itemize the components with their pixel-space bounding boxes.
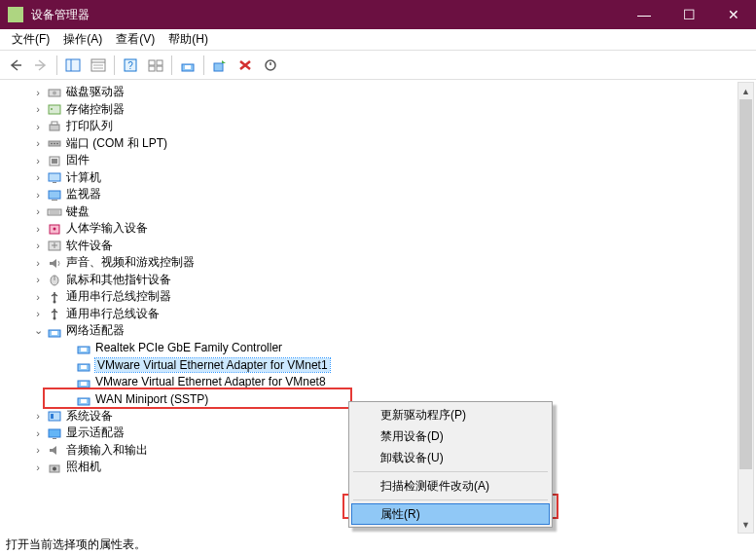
- expander-icon[interactable]: ›: [31, 137, 45, 149]
- expander-icon[interactable]: ›: [31, 274, 45, 285]
- network-icon: [47, 324, 62, 338]
- expander-icon[interactable]: ›: [31, 205, 45, 217]
- svg-rect-30: [49, 191, 60, 199]
- back-button[interactable]: [4, 54, 27, 77]
- computer-icon: [47, 170, 62, 184]
- context-menu-item[interactable]: 更新驱动程序(P): [351, 404, 550, 425]
- svg-point-17: [53, 91, 56, 94]
- svg-rect-10: [149, 66, 155, 71]
- expander-icon[interactable]: ›: [31, 121, 45, 132]
- menu-action[interactable]: 操作(A): [57, 29, 108, 50]
- tree-node-label: 网络适配器: [66, 322, 125, 339]
- tree-node[interactable]: VMware Virtual Ethernet Adapter for VMne…: [4, 356, 737, 374]
- expander-icon[interactable]: ›: [31, 427, 45, 439]
- expander-icon[interactable]: ›: [31, 462, 45, 473]
- vertical-scrollbar[interactable]: ▲ ▼: [738, 82, 754, 534]
- properties-button[interactable]: [87, 54, 110, 77]
- svg-point-23: [51, 143, 53, 145]
- tree-node-label: 固件: [66, 152, 90, 168]
- titlebar: 设备管理器 — ☐ ✕: [0, 0, 756, 29]
- tree-node-label: VMware Virtual Ethernet Adapter for VMne…: [95, 358, 330, 372]
- expander-icon[interactable]: ›: [31, 223, 45, 235]
- tree-node-label: 软件设备: [66, 238, 113, 254]
- uninstall-button[interactable]: [234, 54, 257, 77]
- svg-rect-49: [81, 382, 87, 386]
- expander-icon[interactable]: ⌄: [31, 324, 45, 337]
- disable-button[interactable]: [259, 54, 282, 77]
- tree-node[interactable]: ›软件设备: [4, 238, 737, 255]
- monitor-icon: [47, 188, 62, 202]
- expander-icon[interactable]: ›: [31, 240, 45, 251]
- tree-node[interactable]: ⌄网络适配器: [4, 322, 737, 340]
- tree-node[interactable]: ›磁盘驱动器: [4, 84, 737, 101]
- tree-node[interactable]: ›存储控制器: [4, 101, 737, 119]
- tree-node[interactable]: ›打印队列: [4, 118, 737, 135]
- svg-rect-20: [50, 125, 59, 130]
- minimize-button[interactable]: —: [622, 0, 666, 29]
- show-hide-tree-button[interactable]: [61, 54, 85, 77]
- menu-help[interactable]: 帮助(H): [162, 29, 214, 50]
- scroll-thumb[interactable]: [739, 99, 752, 469]
- scroll-down-button[interactable]: ▼: [738, 516, 753, 533]
- tree-node[interactable]: VMware Virtual Ethernet Adapter for VMne…: [4, 374, 737, 391]
- scan-hardware-button[interactable]: [208, 54, 232, 77]
- expander-icon[interactable]: ›: [31, 444, 45, 456]
- view-button[interactable]: [144, 54, 167, 77]
- help-button[interactable]: ?: [119, 54, 142, 77]
- printer-icon: [47, 120, 62, 133]
- tree-node[interactable]: ›声音、视频和游戏控制器: [4, 254, 737, 272]
- forward-button[interactable]: [29, 54, 53, 77]
- expander-icon[interactable]: ›: [31, 308, 45, 319]
- audio-icon: [47, 256, 62, 270]
- svg-rect-27: [52, 159, 57, 164]
- menu-view[interactable]: 查看(V): [110, 29, 161, 50]
- context-menu-item[interactable]: 禁用设备(D): [351, 425, 550, 447]
- svg-point-24: [54, 143, 55, 145]
- tree-node[interactable]: ›计算机: [4, 169, 737, 187]
- tree-node-label: 监视器: [66, 186, 101, 203]
- tree-node[interactable]: Realtek PCIe GbE Family Controller: [4, 340, 737, 357]
- close-button[interactable]: ✕: [711, 0, 756, 29]
- expander-icon[interactable]: ›: [31, 189, 45, 201]
- expander-icon[interactable]: ›: [31, 155, 45, 166]
- context-menu-item[interactable]: 属性(R): [351, 503, 550, 525]
- svg-rect-29: [53, 182, 56, 183]
- expander-icon[interactable]: ›: [31, 410, 45, 422]
- tree-node-label: 鼠标和其他指针设备: [66, 272, 171, 288]
- tree-node[interactable]: ›鼠标和其他指针设备: [4, 272, 737, 289]
- tree-node[interactable]: ›固件: [4, 152, 737, 169]
- context-menu-separator: [353, 499, 548, 500]
- svg-rect-52: [49, 412, 60, 421]
- context-menu: 更新驱动程序(P)禁用设备(D)卸载设备(U)扫描检测硬件改动(A)属性(R): [348, 401, 553, 528]
- svg-rect-54: [49, 429, 60, 437]
- network-adapter-icon: [76, 341, 91, 354]
- tree-node[interactable]: ›通用串行总线控制器: [4, 288, 737, 306]
- statusbar: 打开当前选择项的属性表。: [0, 536, 756, 554]
- expander-icon[interactable]: ›: [31, 257, 45, 269]
- svg-rect-53: [51, 414, 54, 419]
- tree-node[interactable]: ›端口 (COM 和 LPT): [4, 135, 737, 153]
- tree-node-label: 打印队列: [66, 118, 113, 134]
- svg-point-36: [54, 227, 56, 230]
- display-icon: [47, 426, 62, 440]
- disk-icon: [47, 86, 62, 99]
- tree-node-label: 音频输入和输出: [66, 442, 148, 459]
- context-menu-item[interactable]: 扫描检测硬件改动(A): [351, 475, 550, 497]
- context-menu-item[interactable]: 卸载设备(U): [351, 447, 550, 468]
- svg-rect-0: [66, 59, 80, 71]
- menu-file[interactable]: 文件(F): [6, 29, 55, 50]
- tree-node[interactable]: ›通用串行总线设备: [4, 306, 737, 323]
- svg-rect-11: [157, 66, 162, 71]
- scroll-up-button[interactable]: ▲: [738, 83, 753, 99]
- svg-point-40: [54, 300, 56, 303]
- maximize-button[interactable]: ☐: [666, 0, 711, 29]
- tree-node[interactable]: ›键盘: [4, 203, 737, 221]
- expander-icon[interactable]: ›: [31, 171, 45, 183]
- expander-icon[interactable]: ›: [31, 87, 45, 98]
- network-adapter-icon: [76, 358, 91, 372]
- expander-icon[interactable]: ›: [31, 291, 45, 303]
- update-driver-button[interactable]: [176, 54, 199, 77]
- expander-icon[interactable]: ›: [31, 103, 45, 115]
- tree-node[interactable]: ›人体学输入设备: [4, 220, 737, 238]
- tree-node[interactable]: ›监视器: [4, 186, 737, 203]
